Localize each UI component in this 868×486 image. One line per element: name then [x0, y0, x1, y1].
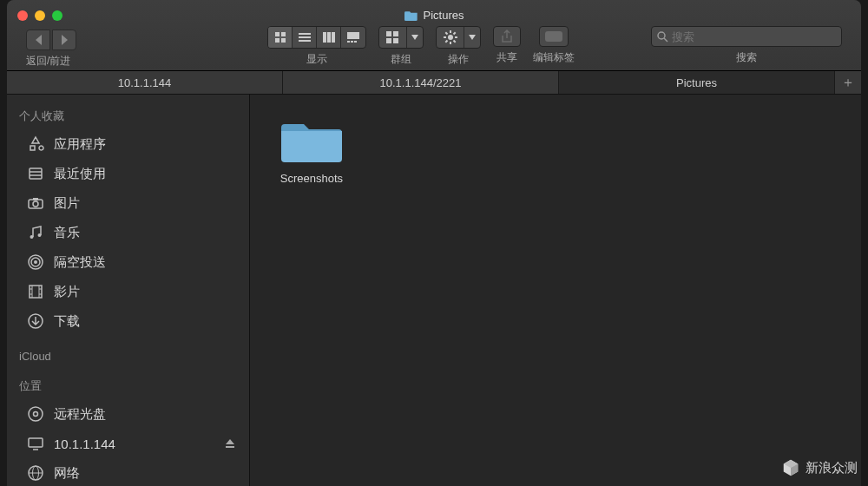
- svg-rect-8: [327, 32, 331, 43]
- sidebar-item-music[interactable]: 音乐: [7, 218, 249, 247]
- sidebar-item-remote-disc[interactable]: 远程光盘: [7, 399, 249, 429]
- group-button[interactable]: [379, 27, 407, 48]
- display-icon: [26, 434, 45, 453]
- svg-rect-6: [299, 40, 311, 42]
- window-title: Pictures: [7, 9, 861, 22]
- svg-rect-17: [393, 38, 398, 43]
- gallery-view-button[interactable]: [341, 27, 365, 48]
- nav-buttons: [26, 30, 76, 50]
- sidebar-item-label: 隔空投送: [54, 254, 106, 271]
- tab-0[interactable]: 10.1.1.144: [7, 71, 283, 94]
- svg-rect-11: [347, 41, 350, 43]
- svg-line-25: [445, 41, 447, 43]
- svg-rect-5: [299, 36, 311, 38]
- svg-point-27: [658, 32, 665, 39]
- airdrop-icon: [26, 253, 45, 272]
- window-body: 个人收藏 应用程序 最近使用 图片 音乐 隔空投送 影片 下载 iCloud 位…: [7, 95, 861, 486]
- svg-rect-1: [281, 32, 286, 36]
- recents-icon: [26, 164, 45, 183]
- view-label: 显示: [306, 52, 327, 67]
- svg-point-49: [34, 412, 38, 417]
- file-label: Screenshots: [280, 172, 343, 185]
- svg-rect-14: [386, 31, 391, 36]
- tab-bar: 10.1.1.144 10.1.1.144/2221 Pictures ＋: [7, 71, 861, 95]
- content-area[interactable]: Screenshots: [250, 95, 861, 486]
- forward-button[interactable]: [52, 30, 76, 50]
- svg-point-36: [38, 233, 42, 237]
- icon-view-button[interactable]: [268, 27, 293, 48]
- tab-1[interactable]: 10.1.1.144/2221: [283, 71, 559, 94]
- apps-icon: [26, 135, 45, 154]
- tags-group: 编辑标签: [533, 26, 575, 65]
- folder-item[interactable]: Screenshots: [273, 117, 351, 185]
- svg-rect-16: [386, 38, 391, 43]
- sidebar-item-downloads[interactable]: 下载: [7, 306, 249, 336]
- toolbar: 显示 群组 操作 共享 编辑: [267, 26, 575, 67]
- svg-rect-0: [275, 32, 279, 36]
- search-field[interactable]: [651, 26, 842, 47]
- sidebar-item-network[interactable]: 网络: [7, 458, 249, 486]
- svg-point-48: [29, 407, 43, 421]
- eject-icon[interactable]: [225, 438, 235, 449]
- folder-icon: [281, 117, 342, 165]
- svg-line-26: [453, 32, 455, 34]
- svg-point-33: [33, 201, 38, 207]
- svg-rect-34: [33, 198, 38, 200]
- share-group: 共享: [493, 26, 521, 65]
- sidebar-item-movies[interactable]: 影片: [7, 277, 249, 306]
- download-icon: [26, 312, 45, 331]
- camera-icon: [26, 194, 45, 213]
- tab-label: 10.1.1.144/2221: [380, 76, 462, 89]
- search-group: 搜索: [651, 26, 842, 65]
- film-icon: [26, 282, 45, 301]
- sidebar-item-label: 下载: [54, 313, 80, 330]
- view-group: 显示: [267, 26, 366, 67]
- sidebar-item-pictures[interactable]: 图片: [7, 188, 249, 218]
- back-button[interactable]: [26, 30, 50, 50]
- sidebar-item-airdrop[interactable]: 隔空投送: [7, 247, 249, 277]
- group-dropdown[interactable]: [407, 27, 423, 48]
- sidebar: 个人收藏 应用程序 最近使用 图片 音乐 隔空投送 影片 下载 iCloud 位…: [7, 95, 250, 486]
- sidebar-item-label: 网络: [54, 465, 80, 482]
- action-dropdown[interactable]: [464, 27, 480, 48]
- globe-icon: [26, 463, 45, 483]
- group-group: 群组: [378, 26, 424, 67]
- search-input[interactable]: [672, 30, 836, 43]
- add-tab-button[interactable]: ＋: [835, 71, 861, 94]
- share-button[interactable]: [493, 26, 521, 47]
- svg-rect-50: [29, 438, 43, 447]
- svg-rect-4: [299, 33, 311, 35]
- action-button[interactable]: [437, 27, 464, 48]
- search-label: 搜索: [736, 50, 757, 65]
- watermark: 新浪众测: [781, 458, 858, 477]
- cube-icon: [781, 458, 800, 477]
- action-label: 操作: [448, 52, 469, 67]
- nav-label: 返回/前进: [26, 54, 70, 69]
- sidebar-item-label: 10.1.1.144: [54, 437, 115, 451]
- disc-icon: [26, 404, 45, 424]
- sidebar-item-label: 音乐: [54, 225, 80, 241]
- svg-point-35: [30, 235, 34, 239]
- column-view-button[interactable]: [317, 27, 341, 48]
- sidebar-header-favorites: 个人收藏: [7, 103, 249, 129]
- list-view-button[interactable]: [293, 27, 317, 48]
- sidebar-item-label: 影片: [54, 284, 80, 300]
- svg-rect-2: [275, 38, 279, 43]
- tab-label: Pictures: [676, 76, 717, 89]
- folder-icon: [404, 10, 418, 22]
- music-icon: [26, 223, 45, 242]
- sidebar-item-applications[interactable]: 应用程序: [7, 129, 249, 159]
- sidebar-item-label: 最近使用: [54, 166, 106, 182]
- svg-rect-13: [354, 41, 357, 43]
- svg-rect-12: [351, 41, 353, 43]
- sidebar-item-label: 图片: [54, 195, 80, 212]
- svg-line-28: [664, 38, 667, 42]
- svg-rect-29: [30, 168, 42, 179]
- svg-rect-9: [332, 32, 335, 43]
- tags-button[interactable]: [539, 26, 569, 47]
- tab-2[interactable]: Pictures: [559, 71, 835, 94]
- svg-line-24: [453, 41, 455, 43]
- sidebar-item-label: 远程光盘: [54, 406, 106, 423]
- sidebar-item-recents[interactable]: 最近使用: [7, 159, 249, 188]
- sidebar-item-server[interactable]: 10.1.1.144: [7, 429, 249, 458]
